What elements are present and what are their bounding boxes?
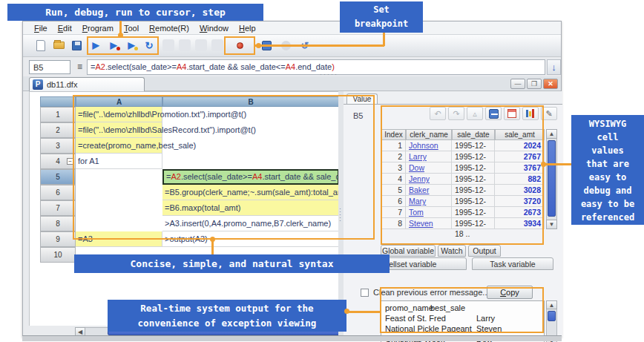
sheet-tab-bar: P db11.dfx — ❐ ✕ — [23, 76, 561, 91]
row-header-2[interactable]: 2 — [40, 122, 76, 138]
column-header-B[interactable]: B — [162, 96, 339, 107]
cell-A9[interactable]: =A3 — [76, 231, 162, 247]
row-header-10[interactable]: 10 — [40, 247, 76, 263]
cell-B8[interactable]: >A3.insert(0,A4.promo_name,B7.clerk_name… — [162, 216, 339, 231]
cellset-config-icon[interactable] — [259, 38, 274, 53]
table-cell: 1995-12-18 .. — [452, 162, 495, 174]
clerk-link[interactable]: Baker — [406, 185, 452, 196]
row-header-6[interactable]: 6 — [40, 185, 76, 200]
table-cell: 6 — [381, 196, 406, 207]
chart-icon[interactable] — [522, 107, 539, 120]
tab-task-variable[interactable]: Task variable — [472, 257, 553, 270]
menu-remote[interactable]: Remote(R) — [144, 22, 194, 35]
corner-header[interactable] — [40, 96, 76, 107]
cellset-view-icon[interactable] — [504, 107, 520, 120]
clerk-link[interactable]: Tom — [406, 207, 452, 218]
table-cell: 1995-12-18 .. — [452, 207, 495, 218]
clerk-link[interactable]: Jenny — [406, 174, 452, 185]
col-index[interactable]: Index — [381, 129, 406, 140]
clerk-link[interactable]: Dow — [406, 162, 452, 174]
cell-B9[interactable]: >output(A3) — [162, 231, 339, 247]
col-sale-date[interactable]: sale_date — [452, 129, 495, 140]
restore-icon[interactable]: ❐ — [527, 79, 542, 89]
run-icon[interactable]: ▶ — [88, 38, 103, 53]
cell-B6[interactable]: =B5.group(clerk_name;~.sum(sale_amt):tot… — [162, 185, 339, 200]
scroll-down-icon[interactable]: ▼ — [546, 220, 557, 229]
save-icon[interactable] — [69, 38, 84, 53]
row-header-9[interactable]: 9 — [40, 231, 76, 247]
copy-data-icon[interactable] — [485, 107, 502, 120]
clerk-link[interactable]: Mary — [406, 196, 452, 207]
collapse-group-icon[interactable]: − — [67, 158, 73, 165]
menu-edit[interactable]: Edit — [53, 22, 77, 35]
column-header-A[interactable]: A — [76, 96, 162, 107]
menu-program[interactable]: Program — [77, 22, 119, 35]
cell-reference-box[interactable]: B5 — [29, 60, 70, 74]
table-cell: 1995-12-18 .. — [452, 196, 495, 207]
row-header-3[interactable]: 3 — [40, 138, 76, 154]
clean-error-checkbox[interactable] — [361, 289, 369, 297]
edit-value-icon[interactable]: ✎ — [541, 107, 557, 120]
sheet-tab[interactable]: P db11.dfx — [29, 77, 145, 91]
undo-icon[interactable]: ↺ — [298, 38, 312, 53]
tab-output[interactable]: Output — [468, 245, 501, 257]
menu-window[interactable]: Window — [194, 22, 234, 35]
table-cell: 3028 — [495, 185, 545, 196]
table-cell: 1995-12-18 .. — [452, 140, 495, 151]
table-cell: 3 — [381, 162, 406, 174]
table-cell: 8 — [381, 218, 406, 229]
clerk-link[interactable]: Johnson — [406, 140, 452, 151]
table-cell: 1 — [381, 140, 406, 151]
row-header-5[interactable]: 5 — [40, 169, 76, 185]
new-file-icon[interactable] — [33, 38, 48, 53]
menu-help[interactable]: Help — [234, 22, 261, 35]
scroll-up-icon[interactable]: ▲ — [546, 300, 557, 309]
table-cell: 2767 — [495, 151, 545, 162]
scroll-up-icon[interactable]: ▲ — [546, 129, 557, 139]
close-icon[interactable]: ✕ — [543, 79, 558, 89]
calc-icon-disabled — [278, 38, 293, 53]
table-cell: 3934 — [495, 218, 545, 229]
cell-A4[interactable]: for A1 — [76, 154, 162, 169]
copy-button[interactable]: Copy — [487, 286, 533, 299]
tab-value[interactable]: Value — [346, 93, 378, 105]
run-to-cursor-icon[interactable]: ↻ — [142, 38, 157, 53]
table-cell: 1995-12-18 .. — [452, 218, 495, 229]
esproc-file-icon: P — [33, 79, 43, 90]
col-sale-amt[interactable]: sale_amt — [495, 129, 545, 140]
table-cell: 7 — [381, 207, 406, 218]
clerk-link[interactable]: Larry — [406, 151, 452, 162]
equals-button[interactable]: ≡ — [74, 60, 85, 74]
console-scrollbar-thumb[interactable] — [548, 311, 556, 321]
menu-file[interactable]: File — [29, 22, 53, 35]
breakpoint-icon[interactable] — [232, 38, 247, 53]
clean-error-label: Clean previous error message.. — [373, 288, 487, 297]
formula-input[interactable]: =A2.select(sale_date>=A4.start_date && s… — [87, 59, 545, 75]
cell-B5-selected[interactable]: =A2.select(sale_date>=A4.start_date && s… — [162, 169, 339, 185]
open-file-icon[interactable] — [51, 38, 66, 53]
cell-B7[interactable]: =B6.maxp(total_amt) — [162, 200, 339, 216]
value-scrollbar-thumb[interactable] — [548, 140, 556, 217]
cell-A2[interactable]: =file("..\demo\zhllbd\SalesRecord.txt").… — [76, 122, 162, 138]
toolbar: ▶ ▶ ▶ ↻ ↺ — [23, 35, 561, 57]
table-cell: 5 — [381, 185, 406, 196]
table-cell: 1995-12-18 .. — [452, 174, 495, 185]
app-window: File Edit Program Tool Remote(R) Window … — [22, 21, 562, 338]
row-header-8[interactable]: 8 — [40, 216, 76, 231]
console-text: National Pickle Pageant — [385, 323, 472, 334]
cell-A1[interactable]: =file("..\demo\zhllbd\Promotion.txt").im… — [76, 107, 162, 122]
menu-tool[interactable]: Tool — [119, 22, 144, 35]
tab-watch[interactable]: Watch — [438, 245, 466, 257]
console-text: best_sale — [430, 303, 465, 313]
window-bottom-edge — [22, 335, 562, 341]
debug-icon[interactable]: ▶ — [106, 38, 121, 53]
row-header-7[interactable]: 7 — [40, 200, 76, 216]
step-run-icon[interactable]: ▶ — [124, 38, 139, 53]
row-header-1[interactable]: 1 — [40, 107, 76, 122]
cell-A3[interactable]: =create(promo_name,best_sale) — [76, 138, 162, 154]
col-clerk-name[interactable]: clerk_name — [406, 129, 452, 140]
expand-formula-icon[interactable]: ↓ — [547, 59, 561, 75]
clerk-link[interactable]: Steven — [406, 218, 452, 229]
annotation-run-debug: Run, debug, run to cursor, step — [7, 4, 263, 21]
minimize-icon[interactable]: — — [510, 79, 525, 89]
